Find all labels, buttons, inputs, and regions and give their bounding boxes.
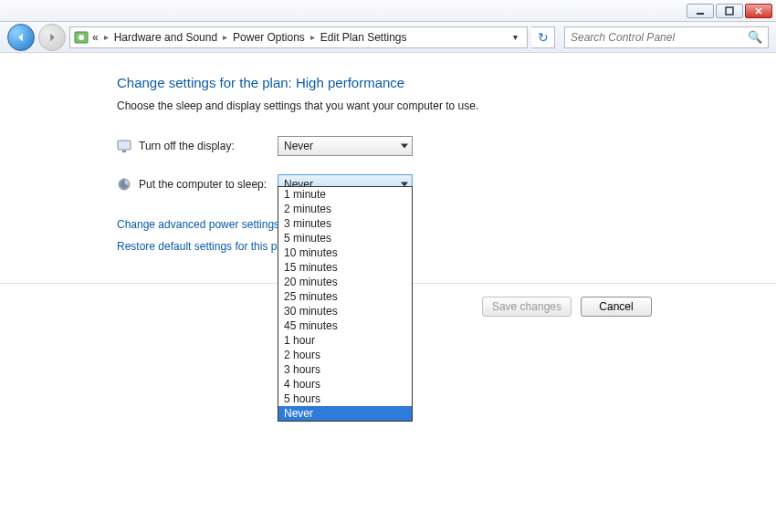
back-button[interactable]	[7, 24, 35, 51]
window-titlebar	[0, 0, 776, 22]
forward-button[interactable]	[38, 24, 66, 51]
close-button[interactable]	[745, 4, 772, 18]
link-advanced-settings[interactable]: Change advanced power settings	[117, 218, 776, 231]
dropdown-option[interactable]: 2 minutes	[278, 202, 412, 216]
navigation-bar: « ▸ Hardware and Sound ▸ Power Options ▸…	[0, 22, 776, 53]
svg-rect-0	[697, 13, 704, 15]
maximize-button[interactable]	[716, 4, 743, 18]
svg-rect-1	[726, 7, 733, 15]
cancel-button[interactable]: Cancel	[581, 297, 652, 317]
svg-point-3	[79, 35, 84, 40]
moon-icon	[117, 177, 131, 192]
dropdown-option[interactable]: 25 minutes	[278, 289, 412, 304]
page-title: Change settings for the plan: High perfo…	[117, 75, 776, 90]
dropdown-option[interactable]: 4 hours	[278, 377, 412, 391]
row-turn-off-display: Turn off the display: Never	[117, 134, 776, 158]
dropdown-option[interactable]: Never	[278, 406, 412, 421]
minimize-button[interactable]	[687, 4, 714, 18]
search-icon[interactable]: 🔍	[748, 30, 762, 44]
dropdown-option[interactable]: 1 minute	[278, 187, 412, 202]
links-section: Change advanced power settings Restore d…	[117, 218, 776, 253]
dropdown-option[interactable]: 10 minutes	[278, 245, 412, 260]
breadcrumb-item-edit[interactable]: Edit Plan Settings	[320, 31, 407, 44]
search-box[interactable]: 🔍	[564, 26, 769, 48]
svg-rect-5	[122, 151, 126, 152]
address-bar[interactable]: « ▸ Hardware and Sound ▸ Power Options ▸…	[69, 26, 528, 48]
select-turn-off-display[interactable]: Never	[278, 136, 413, 156]
dropdown-option[interactable]: 15 minutes	[278, 260, 412, 275]
display-icon	[117, 139, 131, 153]
dropdown-option[interactable]: 3 hours	[278, 362, 412, 377]
control-panel-icon	[74, 30, 89, 45]
chevron-down-icon	[401, 144, 408, 149]
refresh-button[interactable]: ↻	[531, 26, 555, 48]
label-put-to-sleep: Put the computer to sleep:	[139, 178, 267, 191]
dropdown-option[interactable]: 1 hour	[278, 333, 412, 348]
chevron-right-icon: ▸	[307, 32, 319, 42]
breadcrumb-item-power[interactable]: Power Options	[233, 31, 305, 44]
page-subtitle: Choose the sleep and display settings th…	[117, 99, 776, 112]
save-changes-button[interactable]: Save changes	[482, 297, 572, 317]
svg-rect-4	[118, 141, 131, 150]
dropdown-option[interactable]: 5 hours	[278, 391, 412, 406]
dropdown-option[interactable]: 5 minutes	[278, 231, 412, 245]
dropdown-option[interactable]: 3 minutes	[278, 216, 412, 231]
dropdown-option[interactable]: 30 minutes	[278, 304, 412, 318]
address-dropdown-icon[interactable]: ▾	[508, 32, 523, 42]
select-value-display: Never	[284, 140, 313, 152]
link-restore-defaults[interactable]: Restore default settings for this plan	[117, 240, 776, 253]
search-input[interactable]	[571, 31, 748, 44]
breadcrumb-ellipsis[interactable]: «	[92, 31, 99, 44]
label-turn-off-display: Turn off the display:	[139, 140, 235, 152]
chevron-right-icon: ▸	[100, 32, 112, 42]
page-content: Change settings for the plan: High perfo…	[0, 53, 776, 532]
dropdown-option[interactable]: 20 minutes	[278, 275, 412, 289]
dropdown-sleep-options[interactable]: 1 minute2 minutes3 minutes5 minutes10 mi…	[278, 186, 413, 422]
dropdown-option[interactable]: 2 hours	[278, 348, 412, 362]
breadcrumb-item-hardware[interactable]: Hardware and Sound	[114, 31, 217, 44]
row-put-to-sleep: Put the computer to sleep: Never	[117, 172, 776, 196]
chevron-right-icon: ▸	[219, 32, 231, 42]
dropdown-option[interactable]: 45 minutes	[278, 318, 412, 333]
